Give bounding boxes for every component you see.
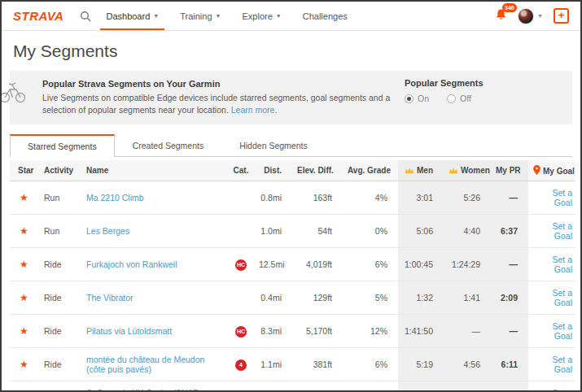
table-row: ★ Ride Pilatus via Lütoldsmatt HC 8.3mi … [10,315,575,348]
activity-cell: Ride [39,281,81,315]
grade-cell: 12% [343,315,398,348]
chevron-down-icon: ▼ [537,13,543,19]
table-row: ★ Ride The Vibrator 0.4mi 129ft 5% 1:32 … [10,281,575,315]
table-row: ★ Ride montée du château de Meudon (côte… [10,348,575,381]
elevation-cell: 54ft [292,215,343,248]
nav-item-dashboard[interactable]: Dashboard▼ [106,2,159,30]
table-header-row: Star Activity Name Cat. Dist. Elev. Diff… [10,160,575,181]
table-row: ★ Run Ma 2210 Climb 0.8mi 163ft 4% 3:01 … [10,181,575,215]
garmin-segments-panel: Popular Strava Segments on Your Garmin L… [10,71,572,124]
grade-cell: 6% [343,248,398,281]
grade-cell: 4% [343,181,398,215]
set-goal-link[interactable]: Set a Goal [552,255,572,274]
grade-cell: 5% [343,281,398,315]
star-icon[interactable]: ★ [10,281,39,315]
header-my-pr: My PR [491,160,528,181]
set-goal-link[interactable]: Set a Goal [552,288,572,307]
activity-cell: Ride [39,315,81,348]
nav-item-explore[interactable]: Explore▼ [243,2,282,30]
tab-created-segments[interactable]: Created Segments [115,134,222,156]
header-star: Star [10,160,39,181]
radio-on[interactable]: On [405,94,429,103]
popular-segments-label: Popular Segments [405,78,541,88]
crown-icon [405,167,414,174]
star-icon[interactable]: ★ [10,215,39,248]
pr-cell: — [491,248,528,281]
top-navigation: STRAVA Dashboard▼ Training▼ Explore▼ Cha… [2,2,580,31]
table-row: ★ Ride St Germain XX Caviar (SNAP ROAD) … [10,381,575,392]
women-cell: 4:56 [444,348,491,381]
activity-cell: Run [39,215,81,248]
popular-segments-toggle: Popular Segments On Off [405,77,541,117]
set-goal-link[interactable]: Set a Goal [552,355,572,374]
tab-starred-segments[interactable]: Starred Segments [10,134,115,157]
nav-item-challenges[interactable]: Challenges [303,2,348,30]
men-cell: 5:19 [398,348,444,381]
garmin-panel-body: Live Segments on compatible Edge devices… [42,93,390,115]
segment-link[interactable]: Furkajoch von Rankweil [86,259,177,269]
strava-my-segments-page: STRAVA Dashboard▼ Training▼ Explore▼ Cha… [0,0,582,392]
search-icon[interactable] [80,11,91,22]
header-dist: Dist. [254,160,292,181]
strava-logo[interactable]: STRAVA [13,9,63,23]
category-badge: HC [235,326,247,338]
pr-cell: 2:09 [491,281,528,315]
pr-cell: — [491,181,528,215]
avatar [518,8,534,24]
segment-link[interactable]: St Germain XX Caviar (SNAP ROAD) [86,388,199,392]
star-icon[interactable]: ★ [10,348,39,381]
header-cat: Cat. [228,160,254,181]
segment-link[interactable]: Ma 2210 Climb [86,193,144,203]
men-cell: 1:41:50 [398,315,444,348]
nav-item-training[interactable]: Training▼ [180,2,221,30]
radio-on-dot [405,94,414,103]
chevron-down-icon: ▼ [153,13,159,19]
activity-cell: Run [39,181,81,215]
header-elev: Elev. Diff. [292,160,343,181]
chevron-down-icon: ▼ [276,13,282,19]
notification-count-badge: 346 [502,3,517,12]
activity-cell: Ride [39,248,81,281]
garmin-panel-title: Popular Strava Segments on Your Garmin [42,77,405,91]
set-goal-link[interactable]: Set a Goal [552,188,572,207]
men-cell: 1:00:45 [398,248,444,281]
star-icon[interactable]: ★ [10,315,39,348]
main-menu: Dashboard▼ Training▼ Explore▼ Challenges [106,2,368,30]
notifications-bell-icon[interactable]: 346 [495,8,507,24]
segment-link[interactable]: Pilatus via Lütoldsmatt [86,326,172,336]
star-icon[interactable]: ★ [10,181,39,215]
men-cell: 1:32 [398,281,444,315]
header-activity: Activity [39,160,81,181]
header-men: Men [398,160,444,181]
elevation-cell: 5,170ft [292,315,343,348]
tab-hidden-segments[interactable]: Hidden Segments [221,134,325,156]
star-icon[interactable]: ★ [10,381,39,392]
page-title: My Segments [13,41,569,61]
set-goal-link[interactable]: Set a Goal [552,221,572,241]
header-women: Women [444,160,491,181]
set-goal-link[interactable]: Set a Goal [552,388,572,392]
pr-cell: 6:11 [491,348,528,381]
header-name: Name [81,160,228,181]
table-row: ★ Run Les Berges 1.0mi 54ft 0% 5:06 4:40… [10,215,575,248]
radio-off[interactable]: Off [447,94,471,103]
profile-menu[interactable]: ▼ [518,8,543,24]
add-button[interactable]: + [554,8,569,24]
pr-cell: 5:14 [491,381,528,392]
distance-cell: 0.4mi [254,281,292,315]
pr-cell: 6:37 [491,215,528,248]
header-my-goal: My Goal [528,160,575,181]
cyclist-icon [0,81,26,107]
elevation-cell: 129ft [292,281,343,315]
women-cell: 5:26 [444,181,491,215]
chevron-down-icon: ▼ [216,13,221,19]
distance-cell: 0.8mi [254,181,292,215]
segment-link[interactable]: Les Berges [86,226,129,236]
star-icon[interactable]: ★ [10,248,39,281]
segment-link[interactable]: The Vibrator [86,293,133,303]
learn-more-link[interactable]: Learn more. [231,105,278,115]
garmin-panel-text: Popular Strava Segments on Your Garmin L… [42,77,405,117]
segment-link[interactable]: montée du château de Meudon (côte puis p… [86,355,204,374]
set-goal-link[interactable]: Set a Goal [552,321,572,341]
activity-cell: Ride [39,348,81,381]
